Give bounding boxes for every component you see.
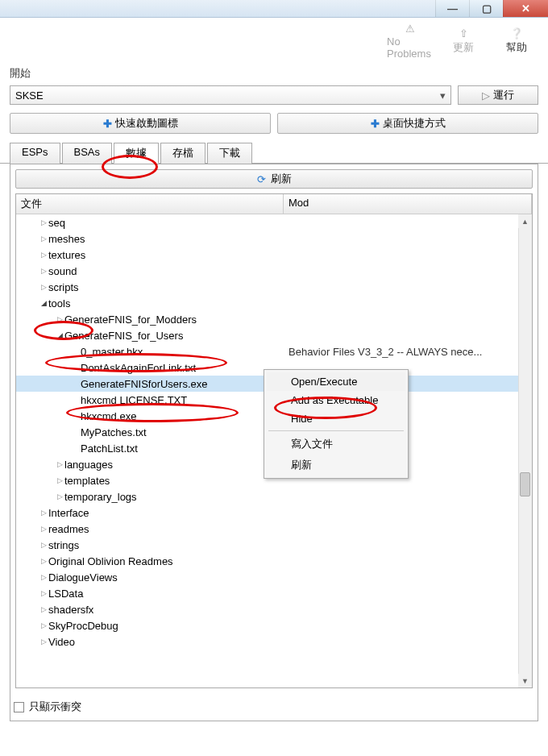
ctx-open-execute[interactable]: Open/Execute <box>267 372 405 391</box>
upload-icon: ⇧ <box>456 26 471 40</box>
content-panel: ⟳ 刷新 文件 Mod ▷seq▷meshes▷textures▷sound▷s… <box>10 164 538 721</box>
scrollbar[interactable]: ▲ ▼ <box>518 214 532 687</box>
quick-launch-button[interactable]: ✚ 快速啟動圖標 <box>10 113 271 134</box>
tree-item-label: textures <box>48 249 85 261</box>
window-buttons: — ▢ ✕ <box>435 0 548 17</box>
chevron-right-icon[interactable]: ▷ <box>39 235 48 243</box>
tree-row[interactable]: ▷Original Oblivion Readmes <box>16 553 532 569</box>
column-file[interactable]: 文件 <box>16 194 284 214</box>
tree-row[interactable]: ▷textures <box>16 247 532 263</box>
no-problems-button[interactable]: ⚠ No Problems <box>387 21 434 60</box>
tree-row[interactable]: ▷shadersfx <box>16 601 532 617</box>
plus-icon: ✚ <box>103 118 112 130</box>
chevron-right-icon[interactable]: ▷ <box>39 589 48 597</box>
tab-saves[interactable]: 存檔 <box>160 143 206 164</box>
executable-row: SKSE ▷ 運行 <box>0 82 548 108</box>
update-label: 更新 <box>453 40 474 55</box>
tree-item-label: GenerateFNISforUsers.exe <box>81 378 208 390</box>
shortcut-buttons: ✚ 快速啟動圖標 ✚ 桌面快捷方式 <box>0 108 548 142</box>
tab-data[interactable]: 數據 <box>114 143 159 164</box>
chevron-right-icon[interactable]: ▷ <box>55 492 64 501</box>
tree-row[interactable]: ▷temporary_logs <box>16 488 532 505</box>
chevron-right-icon[interactable]: ▷ <box>39 621 48 629</box>
close-button[interactable]: ✕ <box>503 0 548 17</box>
tree-row[interactable]: ◢GenerateFNIS_for_Users <box>16 327 532 343</box>
tree-item-label: Interface <box>48 507 89 519</box>
tree-item-label: hkxcmd.exe <box>81 410 136 422</box>
tab-downloads[interactable]: 下載 <box>207 143 252 164</box>
chevron-right-icon[interactable]: ▷ <box>39 509 48 517</box>
desktop-shortcut-button[interactable]: ✚ 桌面快捷方式 <box>277 113 538 134</box>
ctx-write-file[interactable]: 寫入文件 <box>267 434 405 455</box>
desktop-shortcut-label: 桌面快捷方式 <box>383 116 446 131</box>
tree-item-label: LSData <box>48 588 83 600</box>
help-icon: ❔ <box>509 26 524 40</box>
chevron-right-icon[interactable]: ▷ <box>39 251 48 259</box>
scroll-up-icon[interactable]: ▲ <box>518 214 532 228</box>
data-tabs: ESPs BSAs 數據 存檔 下載 <box>0 142 548 164</box>
tree-row[interactable]: ▷strings <box>16 537 532 553</box>
chevron-down-icon[interactable]: ◢ <box>39 299 48 307</box>
bottom-bar: 只顯示衝突 <box>10 693 538 721</box>
chevron-right-icon[interactable]: ▷ <box>39 605 48 613</box>
chevron-down-icon[interactable]: ◢ <box>55 331 64 339</box>
maximize-button[interactable]: ▢ <box>469 0 503 17</box>
chevron-right-icon[interactable]: ▷ <box>39 267 48 275</box>
tree-row[interactable]: ▷Video <box>16 633 532 650</box>
tree-row[interactable]: ▷GenerateFNIS_for_Modders <box>16 311 532 327</box>
mod-label: Behavior Files V3_3_2 -- ALWAYS nece... <box>289 346 522 358</box>
chevron-right-icon[interactable]: ▷ <box>39 541 48 549</box>
run-button[interactable]: ▷ 運行 <box>458 85 538 105</box>
scroll-thumb[interactable] <box>520 472 530 496</box>
tree-row[interactable]: ▷seq <box>16 214 532 231</box>
tab-esps[interactable]: ESPs <box>10 143 60 164</box>
refresh-button[interactable]: ⟳ 刷新 <box>15 169 533 189</box>
ctx-divider <box>268 430 404 431</box>
tree-item-label: hkxcmd LICENSE.TXT <box>81 394 187 406</box>
chevron-right-icon[interactable]: ▷ <box>55 460 64 468</box>
conflicts-only-label: 只顯示衝突 <box>29 700 81 714</box>
chevron-right-icon[interactable]: ▷ <box>39 638 48 646</box>
help-button[interactable]: ❔ 幫助 <box>493 26 540 55</box>
tree-row[interactable]: ▷sound <box>16 263 532 279</box>
top-toolbar: ⚠ No Problems ⇧ 更新 ❔ 幫助 <box>0 18 548 61</box>
scroll-down-icon[interactable]: ▼ <box>518 674 532 687</box>
tree-row[interactable]: ▷DialogueViews <box>16 569 532 585</box>
chevron-right-icon[interactable]: ▷ <box>39 283 48 291</box>
executable-dropdown[interactable]: SKSE <box>10 85 451 105</box>
conflicts-only-checkbox[interactable] <box>14 702 24 712</box>
chevron-right-icon[interactable]: ▷ <box>55 476 64 484</box>
tree-row[interactable]: ▷SkyProcDebug <box>16 617 532 633</box>
tree-row[interactable]: 0_master.hkxBehavior Files V3_3_2 -- ALW… <box>16 343 532 359</box>
tab-bsas[interactable]: BSAs <box>62 143 113 164</box>
chevron-right-icon[interactable]: ▷ <box>39 557 48 565</box>
update-button[interactable]: ⇧ 更新 <box>440 26 487 55</box>
chevron-right-icon[interactable]: ▷ <box>39 218 48 226</box>
tree-item-label: seq <box>48 217 65 229</box>
warning-icon: ⚠ <box>403 21 417 35</box>
tree-row[interactable]: ▷scripts <box>16 279 532 295</box>
plus-icon: ✚ <box>371 118 380 130</box>
ctx-hide[interactable]: Hide <box>267 409 405 428</box>
tree-item-label: meshes <box>48 233 85 245</box>
chevron-right-icon[interactable]: ▷ <box>39 573 48 581</box>
column-mod[interactable]: Mod <box>284 194 532 214</box>
chevron-right-icon[interactable]: ▷ <box>55 315 64 323</box>
ctx-refresh[interactable]: 刷新 <box>267 455 405 476</box>
minimize-button[interactable]: — <box>435 0 469 17</box>
chevron-right-icon[interactable]: ▷ <box>39 525 48 533</box>
tree-item-label: DontAskAgainForLink.txt <box>81 362 196 374</box>
play-icon: ▷ <box>482 89 490 102</box>
tree-row[interactable]: ▷LSData <box>16 585 532 601</box>
tree-item-label: languages <box>64 459 113 471</box>
tree-item-label: scripts <box>48 281 79 293</box>
tree-row[interactable]: ▷Interface <box>16 505 532 521</box>
tree-row[interactable]: ◢tools <box>16 295 532 311</box>
run-label: 運行 <box>493 88 514 102</box>
tree-item-label: SkyProcDebug <box>48 620 118 632</box>
tree-row[interactable]: ▷meshes <box>16 231 532 247</box>
ctx-add-executable[interactable]: Add as Executable <box>267 391 405 409</box>
tree-item-label: sound <box>48 265 77 277</box>
tree-row[interactable]: ▷readmes <box>16 521 532 537</box>
window-titlebar: — ▢ ✕ <box>0 0 548 18</box>
